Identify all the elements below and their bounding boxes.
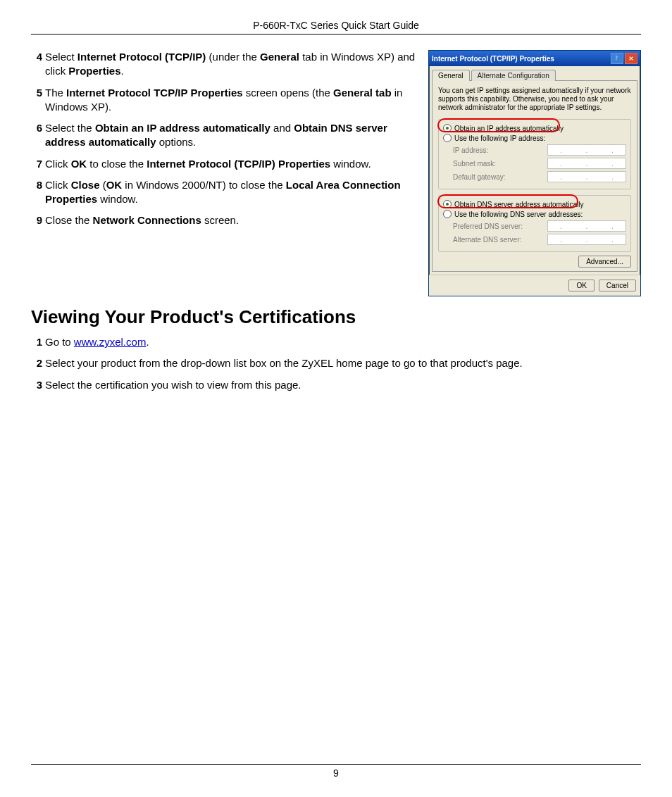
doc-header-title: P-660R-TxC Series Quick Start Guide xyxy=(31,20,641,34)
step-4: 4 Select Internet Protocol (TCP/IP) (und… xyxy=(31,50,421,79)
dialog-footer: OK Cancel xyxy=(429,275,640,296)
ip-input[interactable]: ... xyxy=(547,144,626,156)
field-label: Default gateway: xyxy=(453,173,547,181)
dns-settings-group: Obtain DNS server address automatically … xyxy=(438,195,631,252)
step-number: 1 xyxy=(31,335,42,349)
step-number: 2 xyxy=(31,356,42,370)
tab-alternate-configuration[interactable]: Alternate Configuration xyxy=(471,70,556,81)
advanced-button[interactable]: Advanced... xyxy=(578,256,631,268)
radio-label: Use the following DNS server addresses: xyxy=(454,211,583,218)
step-body: Select Internet Protocol (TCP/IP) (under… xyxy=(45,50,421,79)
step-body: Select your product from the drop-down l… xyxy=(45,356,641,370)
cancel-button[interactable]: Cancel xyxy=(599,280,636,291)
step-7: 7 Click OK to close the Internet Protoco… xyxy=(31,157,421,171)
dialog-panel: You can get IP settings assigned automat… xyxy=(432,80,637,272)
zyxel-link[interactable]: www.zyxel.com xyxy=(74,336,147,348)
step-body: Click Close (OK in Windows 2000/NT) to c… xyxy=(45,178,421,207)
step-body: Close the Network Connections screen. xyxy=(45,213,421,227)
section-heading-certifications: Viewing Your Product's Certifications xyxy=(31,306,641,328)
help-button[interactable]: ? xyxy=(611,53,623,64)
field-default-gateway: Default gateway: ... xyxy=(453,171,626,182)
tab-strip: General Alternate Configuration xyxy=(429,66,640,80)
radio-label: Obtain an IP address automatically xyxy=(454,125,564,132)
step-body: Go to www.zyxel.com. xyxy=(45,335,641,349)
radio-label: Obtain DNS server address automatically xyxy=(454,201,583,208)
step-number: 7 xyxy=(31,157,42,171)
dialog-titlebar[interactable]: Internet Protocol (TCP/IP) Properties ? xyxy=(429,51,640,66)
radio-obtain-ip-auto[interactable]: Obtain an IP address automatically xyxy=(443,124,626,132)
step-body: Select the certification you wish to vie… xyxy=(45,378,641,392)
field-label: Alternate DNS server: xyxy=(453,236,547,244)
step-9: 9 Close the Network Connections screen. xyxy=(31,213,421,227)
radio-icon xyxy=(443,124,452,132)
step-5: 5 The Internet Protocol TCP/IP Propertie… xyxy=(31,86,421,115)
dialog-description: You can get IP settings assigned automat… xyxy=(438,87,631,112)
step-number: 8 xyxy=(31,178,42,207)
field-preferred-dns: Preferred DNS server: ... xyxy=(453,220,626,232)
radio-use-following-dns[interactable]: Use the following DNS server addresses: xyxy=(443,210,626,218)
step-number: 9 xyxy=(31,213,42,227)
cert-step-3: 3 Select the certification you wish to v… xyxy=(31,378,641,392)
radio-obtain-dns-auto[interactable]: Obtain DNS server address automatically xyxy=(443,200,626,208)
ip-input[interactable]: ... xyxy=(547,220,626,232)
step-body: Click OK to close the Internet Protocol … xyxy=(45,157,421,171)
dialog-title: Internet Protocol (TCP/IP) Properties xyxy=(432,55,611,63)
ip-input[interactable]: ... xyxy=(547,234,626,245)
page-number: 9 xyxy=(333,767,339,779)
ip-input[interactable]: ... xyxy=(547,171,626,182)
field-subnet-mask: Subnet mask: ... xyxy=(453,158,626,169)
field-label: IP address: xyxy=(453,146,547,154)
step-body: The Internet Protocol TCP/IP Properties … xyxy=(45,86,421,115)
step-6: 6 Select the Obtain an IP address automa… xyxy=(31,121,421,150)
ip-settings-group: Obtain an IP address automatically Use t… xyxy=(438,119,631,189)
step-number: 3 xyxy=(31,378,42,392)
field-label: Subnet mask: xyxy=(453,160,547,168)
radio-icon xyxy=(443,200,452,208)
close-button[interactable] xyxy=(625,53,637,64)
field-alternate-dns: Alternate DNS server: ... xyxy=(453,234,626,245)
cert-step-1: 1 Go to www.zyxel.com. xyxy=(31,335,641,349)
ok-button[interactable]: OK xyxy=(568,280,594,291)
step-number: 6 xyxy=(31,121,42,150)
step-number: 4 xyxy=(31,50,42,79)
cert-step-2: 2 Select your product from the drop-down… xyxy=(31,356,641,370)
tab-general[interactable]: General xyxy=(432,70,470,81)
step-body: Select the Obtain an IP address automati… xyxy=(45,121,421,150)
svg-text:?: ? xyxy=(616,56,618,61)
field-label: Preferred DNS server: xyxy=(453,222,547,230)
page-footer: 9 xyxy=(31,764,641,779)
ip-input[interactable]: ... xyxy=(547,158,626,169)
step-number: 5 xyxy=(31,86,42,115)
step-8: 8 Click Close (OK in Windows 2000/NT) to… xyxy=(31,178,421,207)
field-ip-address: IP address: ... xyxy=(453,144,626,156)
instruction-steps: 4 Select Internet Protocol (TCP/IP) (und… xyxy=(31,50,428,235)
radio-icon xyxy=(443,210,452,218)
radio-label: Use the following IP address: xyxy=(454,134,545,142)
radio-use-following-ip[interactable]: Use the following IP address: xyxy=(443,134,626,142)
tcpip-properties-dialog: Internet Protocol (TCP/IP) Properties ? … xyxy=(428,50,641,296)
radio-icon xyxy=(443,134,452,142)
